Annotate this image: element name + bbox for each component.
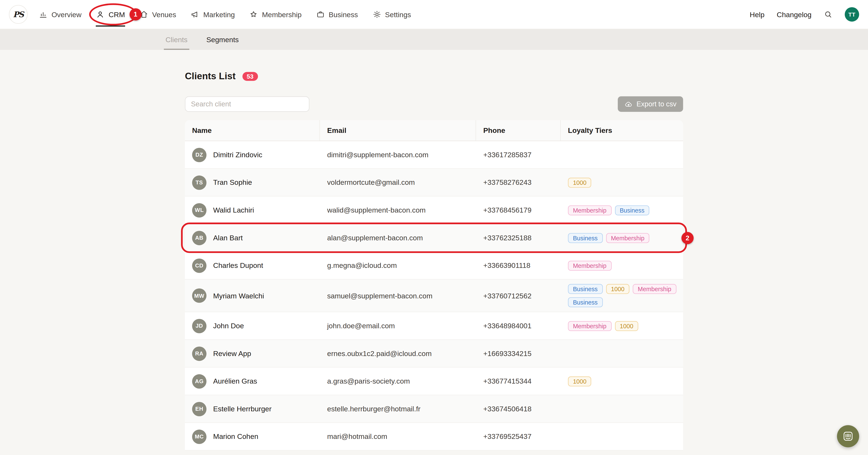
client-name: Charles Dupont [213,261,263,270]
table-row[interactable]: TS Tran Sophie voldermortcute@gmail.com … [185,169,683,197]
client-email: dimitri@supplement-bacon.com [320,151,476,159]
clients-table: Name Email Phone Loyalty Tiers DZ Dimitr… [185,120,683,451]
name-cell: JD John Doe [185,318,320,333]
help-button[interactable]: Help [750,10,765,19]
topnav-right: Help Changelog TT [750,7,859,22]
chat-launcher-button[interactable] [837,425,859,447]
client-phone: +33769525437 [476,432,561,441]
loyalty-tier-badge: Business [615,205,650,215]
client-avatar: WL [192,203,207,217]
client-name: Marion Cohen [213,432,258,441]
client-avatar: CD [192,258,207,273]
nav-item-crm[interactable]: CRM1 [96,0,125,29]
tab-clients[interactable]: Clients [164,29,189,50]
nav-item-label: Overview [52,10,82,19]
bar-chart-icon [39,10,48,19]
client-avatar: MW [192,289,207,303]
export-csv-button[interactable]: Export to csv [618,96,683,112]
sub-navigation: Clients Segments [0,29,868,50]
nav-items: OverviewCRM1VenuesMarketingMembershipBus… [39,0,411,29]
client-phone: +33648984001 [476,322,561,330]
client-avatar: AG [192,374,207,389]
client-avatar: MC [192,429,207,444]
client-phone: +33663901118 [476,261,561,270]
client-avatar: JD [192,318,207,333]
loyalty-tier-badge: 1000 [615,321,638,331]
name-cell: WL Walid Lachiri [185,203,320,217]
user-avatar[interactable]: TT [845,7,859,22]
table-row[interactable]: WL Walid Lachiri walid@supplement-bacon.… [185,196,683,224]
name-cell: MC Marion Cohen [185,429,320,444]
client-name: Walid Lachiri [213,206,254,214]
client-phone: +33762325188 [476,234,561,242]
table-row[interactable]: CD Charles Dupont g.megna@icloud.com +33… [185,252,683,280]
nav-item-label: CRM [108,10,125,19]
loyalty-tier-badge: 1000 [568,177,591,187]
client-avatar: EH [192,402,207,416]
name-cell: RA Review App [185,346,320,361]
client-name: John Doe [213,322,244,330]
active-nav-underline [96,25,125,27]
column-header-phone: Phone [476,120,561,141]
table-row[interactable]: AB Alan Bart alan@supplement-bacon.com +… [185,224,683,252]
client-email: ernes.oubx1c2.paid@icloud.com [320,349,476,358]
tier-list: MembershipBusiness [561,201,683,219]
nav-item-label: Settings [385,10,411,19]
client-name: Dimitri Zindovic [213,151,262,159]
name-cell: EH Estelle Herrburger [185,402,320,416]
table-row[interactable]: MC Marion Cohen mari@hotmail.com +337695… [185,423,683,451]
nav-item-membership[interactable]: Membership [249,0,302,29]
table-row[interactable]: JD John Doe john.doe@email.com +33648984… [185,312,683,340]
search-icon[interactable] [824,10,833,19]
nav-item-label: Marketing [203,10,235,19]
tab-segments[interactable]: Segments [205,29,241,50]
client-avatar: AB [192,231,207,245]
table-row[interactable]: RA Review App ernes.oubx1c2.paid@icloud.… [185,340,683,368]
client-email: walid@supplement-bacon.com [320,206,476,214]
tier-list [561,349,683,358]
nav-item-marketing[interactable]: Marketing [190,0,235,29]
loyalty-tier-badge: 1000 [606,284,629,294]
loyalty-tier-badge: Business [568,284,603,294]
client-email: john.doe@email.com [320,322,476,330]
nav-item-overview[interactable]: Overview [39,0,82,29]
client-avatar: DZ [192,148,207,162]
user-icon [96,10,105,19]
table-header: Name Email Phone Loyalty Tiers [185,120,683,141]
name-cell: AG Aurélien Gras [185,374,320,389]
column-header-loyalty-tiers: Loyalty Tiers [561,120,683,141]
client-email: estelle.herrburger@hotmail.fr [320,405,476,413]
client-avatar: RA [192,346,207,361]
client-phone: +33617285837 [476,151,561,159]
tier-list: BusinessMembership [561,229,683,247]
loyalty-tier-badge: 1000 [568,376,591,386]
nav-item-business[interactable]: Business [316,0,358,29]
loyalty-tier-badge: Business [568,233,603,243]
app-root: PS OverviewCRM1VenuesMarketingMembership… [0,0,868,455]
table-controls: Export to csv [185,96,683,112]
client-name: Review App [213,349,251,358]
export-csv-label: Export to csv [637,100,676,108]
main-content: Clients List 53 Export to csv Name Email… [185,50,683,451]
search-client-input[interactable] [185,96,309,112]
table-body: DZ Dimitri Zindovic dimitri@supplement-b… [185,141,683,451]
name-cell: AB Alan Bart [185,231,320,245]
table-row[interactable]: DZ Dimitri Zindovic dimitri@supplement-b… [185,141,683,169]
table-row[interactable]: AG Aurélien Gras a.gras@paris-society.co… [185,368,683,395]
brand-logo[interactable]: PS [9,5,28,24]
loyalty-tier-badge: Membership [568,205,611,215]
tier-list: 1000 [561,173,683,192]
client-email: g.megna@icloud.com [320,261,476,270]
tier-list [561,404,683,413]
changelog-button[interactable]: Changelog [777,10,811,19]
annotation-step-2-badge: 2 [682,232,693,244]
nav-item-venues[interactable]: Venues [140,0,176,29]
tier-list: Membership1000 [561,316,683,335]
clients-count-badge: 53 [242,72,258,81]
client-phone: +33674506418 [476,405,561,413]
brand-logo-monogram: PS [13,10,24,19]
table-row[interactable]: MW Myriam Waelchi samuel@supplement-baco… [185,279,683,312]
name-cell: DZ Dimitri Zindovic [185,148,320,162]
nav-item-settings[interactable]: Settings [372,0,411,29]
table-row[interactable]: EH Estelle Herrburger estelle.herrburger… [185,395,683,423]
